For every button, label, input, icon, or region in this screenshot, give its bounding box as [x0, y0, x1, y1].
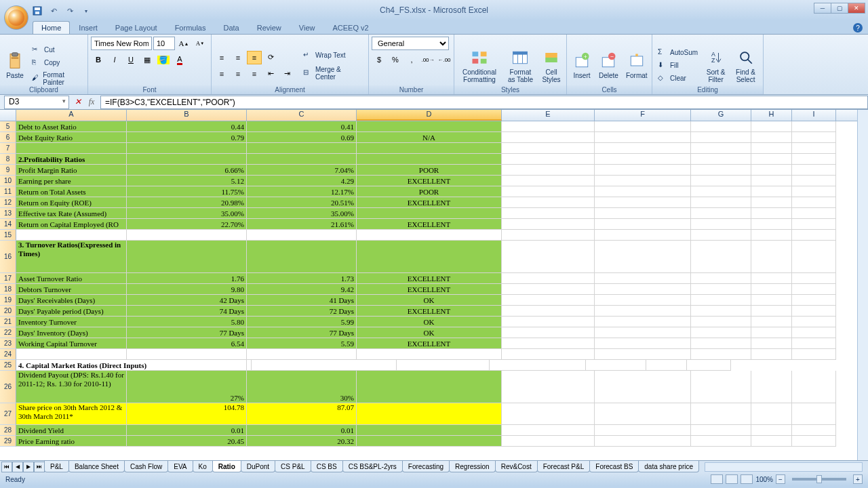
- cell[interactable]: POOR: [357, 165, 502, 176]
- cell[interactable]: [397, 360, 490, 371]
- cell[interactable]: [16, 230, 127, 241]
- cell[interactable]: [691, 403, 751, 425]
- tab-home[interactable]: Home: [33, 21, 70, 34]
- cell[interactable]: [502, 197, 595, 208]
- cell[interactable]: [357, 154, 502, 165]
- cell[interactable]: [751, 132, 792, 143]
- row-header[interactable]: 8: [0, 154, 16, 165]
- grow-font-button[interactable]: A▲: [176, 37, 191, 50]
- qat-redo[interactable]: ↷: [64, 5, 76, 16]
- cell[interactable]: [357, 371, 502, 403]
- tab-insert[interactable]: Insert: [70, 21, 106, 34]
- cell[interactable]: [247, 143, 357, 154]
- cell[interactable]: [502, 165, 595, 176]
- cell[interactable]: [127, 241, 247, 273]
- minimize-button[interactable]: ─: [814, 3, 831, 14]
- col-header-b[interactable]: B: [127, 110, 247, 121]
- cell[interactable]: [595, 425, 691, 436]
- cell[interactable]: [751, 154, 792, 165]
- cell[interactable]: [595, 176, 691, 186]
- cell[interactable]: [792, 121, 836, 132]
- fx-icon[interactable]: fx: [85, 96, 98, 108]
- cell[interactable]: 6.66%: [127, 165, 247, 176]
- cell[interactable]: Dividend Payout (DPS: Rs.1.40 for 2011-1…: [16, 371, 127, 403]
- cell-styles-button[interactable]: Cell Styles: [539, 47, 564, 85]
- cell[interactable]: [502, 371, 595, 403]
- cell[interactable]: EXCELLENT: [357, 219, 502, 230]
- cell[interactable]: [792, 132, 836, 143]
- comma-button[interactable]: ,: [404, 53, 419, 66]
- font-name-input[interactable]: [91, 37, 152, 50]
- cell[interactable]: [751, 284, 792, 295]
- cell[interactable]: [595, 284, 691, 295]
- cell[interactable]: [792, 143, 836, 154]
- cell[interactable]: [586, 360, 646, 371]
- cell[interactable]: Days' Inventory (Days): [16, 327, 127, 338]
- cell[interactable]: 3. Turnover Ratios(Expressed in Times): [16, 241, 127, 273]
- cell[interactable]: [502, 338, 595, 349]
- row-header[interactable]: 28: [0, 425, 16, 436]
- col-header-h[interactable]: H: [751, 110, 792, 121]
- cell[interactable]: Return on Total Assets: [16, 186, 127, 197]
- cell[interactable]: [595, 371, 691, 403]
- cell[interactable]: [357, 121, 502, 132]
- sheet-tab[interactable]: CS P&L: [275, 461, 311, 472]
- col-header-i[interactable]: I: [792, 110, 836, 121]
- col-header-e[interactable]: E: [502, 110, 595, 121]
- cell[interactable]: [595, 349, 691, 360]
- cell[interactable]: 0.01: [247, 425, 357, 436]
- cell[interactable]: OK: [357, 317, 502, 327]
- paste-button[interactable]: Paste: [3, 50, 27, 81]
- cell[interactable]: [792, 295, 836, 306]
- row-header[interactable]: 7: [0, 143, 16, 154]
- cell[interactable]: [357, 143, 502, 154]
- row-header[interactable]: 19: [0, 295, 16, 306]
- cell[interactable]: [751, 327, 792, 338]
- cell[interactable]: [691, 241, 751, 273]
- row-header[interactable]: 9: [0, 165, 16, 176]
- sheet-tab[interactable]: Forecast BS: [589, 461, 639, 472]
- cell[interactable]: [751, 208, 792, 219]
- cell[interactable]: 35.00%: [247, 208, 357, 219]
- bold-button[interactable]: B: [91, 53, 106, 66]
- cell[interactable]: [595, 306, 691, 317]
- cell[interactable]: [502, 154, 595, 165]
- cell[interactable]: [751, 186, 792, 197]
- cell[interactable]: [751, 143, 792, 154]
- sheet-tab[interactable]: Forecast P&L: [537, 461, 591, 472]
- cell[interactable]: [792, 371, 836, 403]
- cell[interactable]: 5.80: [127, 317, 247, 327]
- align-top-button[interactable]: ≡: [214, 51, 229, 64]
- align-right-button[interactable]: ≡: [247, 67, 262, 81]
- page-layout-view-button[interactable]: [726, 474, 738, 484]
- cell[interactable]: EXCELLENT: [357, 306, 502, 317]
- cell[interactable]: [691, 165, 751, 176]
- number-format-select[interactable]: General: [372, 37, 449, 50]
- cell[interactable]: [595, 295, 691, 306]
- formula-bar-input[interactable]: [100, 96, 868, 109]
- help-icon[interactable]: ?: [853, 23, 863, 33]
- cell[interactable]: [751, 436, 792, 447]
- decrease-decimal-button[interactable]: ←.00: [437, 53, 452, 66]
- row-header[interactable]: 6: [0, 132, 16, 143]
- cell[interactable]: [691, 306, 751, 317]
- cell[interactable]: 0.69: [247, 132, 357, 143]
- select-all-corner[interactable]: [0, 110, 16, 121]
- cell[interactable]: [127, 154, 247, 165]
- cell[interactable]: [502, 219, 595, 230]
- cell[interactable]: [502, 425, 595, 436]
- cell[interactable]: [247, 154, 357, 165]
- cell[interactable]: [792, 436, 836, 447]
- cell[interactable]: 20.32: [247, 436, 357, 447]
- cell[interactable]: Share price on 30th March 2012 & 30th Ma…: [16, 403, 127, 425]
- cell[interactable]: [751, 425, 792, 436]
- autosum-button[interactable]: ΣAutoSum: [655, 47, 701, 59]
- row-header[interactable]: 18: [0, 284, 16, 295]
- cell[interactable]: 7.04%: [247, 165, 357, 176]
- cell[interactable]: 1.73: [247, 273, 357, 284]
- cell[interactable]: 30%: [247, 371, 357, 403]
- cell[interactable]: 35.00%: [127, 208, 247, 219]
- cell[interactable]: [792, 230, 836, 241]
- sheet-tab[interactable]: Rev&Cost: [495, 461, 538, 472]
- cell[interactable]: Debt to Asset Ratio: [16, 121, 127, 132]
